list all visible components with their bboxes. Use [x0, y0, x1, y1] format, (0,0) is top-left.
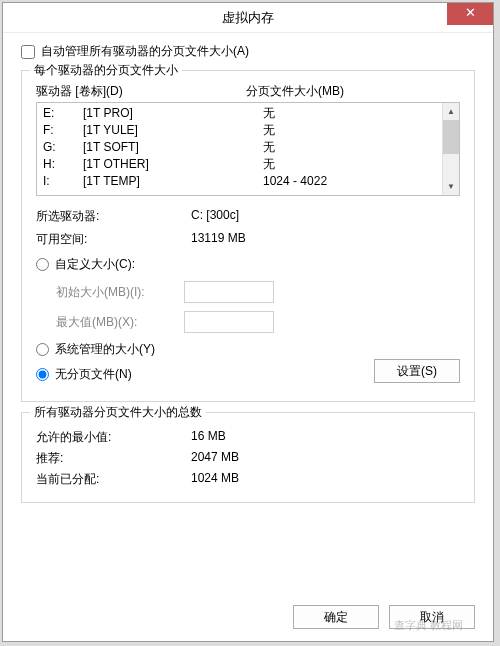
- drive-list-header: 驱动器 [卷标](D) 分页文件大小(MB): [36, 83, 460, 100]
- totals-group-title: 所有驱动器分页文件大小的总数: [30, 404, 206, 421]
- list-item[interactable]: H: [1T OTHER] 无: [37, 156, 442, 173]
- scroll-track[interactable]: [443, 154, 459, 178]
- cancel-button[interactable]: 取消: [389, 605, 475, 629]
- no-paging-radio[interactable]: [36, 368, 49, 381]
- scroll-down-icon[interactable]: ▼: [443, 178, 459, 195]
- drive-listbox[interactable]: E: [1T PRO] 无 F: [1T YULE] 无 G: [1T SOFT…: [36, 102, 460, 196]
- auto-manage-checkbox[interactable]: [21, 45, 35, 59]
- selected-drive-value: C: [300c]: [191, 208, 239, 225]
- recommended-label: 推荐:: [36, 450, 191, 467]
- system-managed-radio-row[interactable]: 系统管理的大小(Y): [36, 341, 460, 358]
- selected-drive-label: 所选驱动器:: [36, 208, 191, 225]
- auto-manage-checkbox-row[interactable]: 自动管理所有驱动器的分页文件大小(A): [21, 43, 475, 60]
- list-item[interactable]: G: [1T SOFT] 无: [37, 139, 442, 156]
- free-space-label: 可用空间:: [36, 231, 191, 248]
- list-item[interactable]: I: [1T TEMP] 1024 - 4022: [37, 173, 442, 190]
- list-item[interactable]: E: [1T PRO] 无: [37, 105, 442, 122]
- scroll-thumb[interactable]: [443, 120, 459, 154]
- no-paging-label: 无分页文件(N): [55, 366, 132, 383]
- current-allocated-value: 1024 MB: [191, 471, 239, 488]
- listbox-scrollbar[interactable]: ▲ ▼: [442, 103, 459, 195]
- max-size-label: 最大值(MB)(X):: [36, 314, 176, 331]
- col-size-header: 分页文件大小(MB): [246, 83, 344, 100]
- initial-size-label: 初始大小(MB)(I):: [36, 284, 176, 301]
- recommended-value: 2047 MB: [191, 450, 239, 467]
- custom-size-radio[interactable]: [36, 258, 49, 271]
- close-icon: ✕: [465, 5, 476, 20]
- content-area: 自动管理所有驱动器的分页文件大小(A) 每个驱动器的分页文件大小 驱动器 [卷标…: [3, 33, 493, 525]
- window-title: 虚拟内存: [222, 9, 274, 27]
- free-space-value: 13119 MB: [191, 231, 246, 248]
- per-drive-group-title: 每个驱动器的分页文件大小: [30, 62, 182, 79]
- custom-size-label: 自定义大小(C):: [55, 256, 135, 273]
- custom-size-radio-row[interactable]: 自定义大小(C):: [36, 256, 460, 273]
- totals-group: 所有驱动器分页文件大小的总数 允许的最小值: 16 MB 推荐: 2047 MB…: [21, 412, 475, 503]
- min-allowed-label: 允许的最小值:: [36, 429, 191, 446]
- system-managed-label: 系统管理的大小(Y): [55, 341, 155, 358]
- min-allowed-value: 16 MB: [191, 429, 226, 446]
- per-drive-group: 每个驱动器的分页文件大小 驱动器 [卷标](D) 分页文件大小(MB) E: […: [21, 70, 475, 402]
- titlebar: 虚拟内存 ✕: [3, 3, 493, 33]
- set-button[interactable]: 设置(S): [374, 359, 460, 383]
- max-size-input[interactable]: [184, 311, 274, 333]
- auto-manage-label: 自动管理所有驱动器的分页文件大小(A): [41, 43, 249, 60]
- dialog-footer: 确定 取消: [293, 605, 475, 629]
- ok-button[interactable]: 确定: [293, 605, 379, 629]
- close-button[interactable]: ✕: [447, 3, 493, 25]
- current-allocated-label: 当前已分配:: [36, 471, 191, 488]
- system-managed-radio[interactable]: [36, 343, 49, 356]
- list-item[interactable]: F: [1T YULE] 无: [37, 122, 442, 139]
- col-drive-header: 驱动器 [卷标](D): [36, 83, 246, 100]
- initial-size-input[interactable]: [184, 281, 274, 303]
- scroll-up-icon[interactable]: ▲: [443, 103, 459, 120]
- drive-listbox-content: E: [1T PRO] 无 F: [1T YULE] 无 G: [1T SOFT…: [37, 103, 442, 195]
- dialog-window: 虚拟内存 ✕ 自动管理所有驱动器的分页文件大小(A) 每个驱动器的分页文件大小 …: [2, 2, 494, 642]
